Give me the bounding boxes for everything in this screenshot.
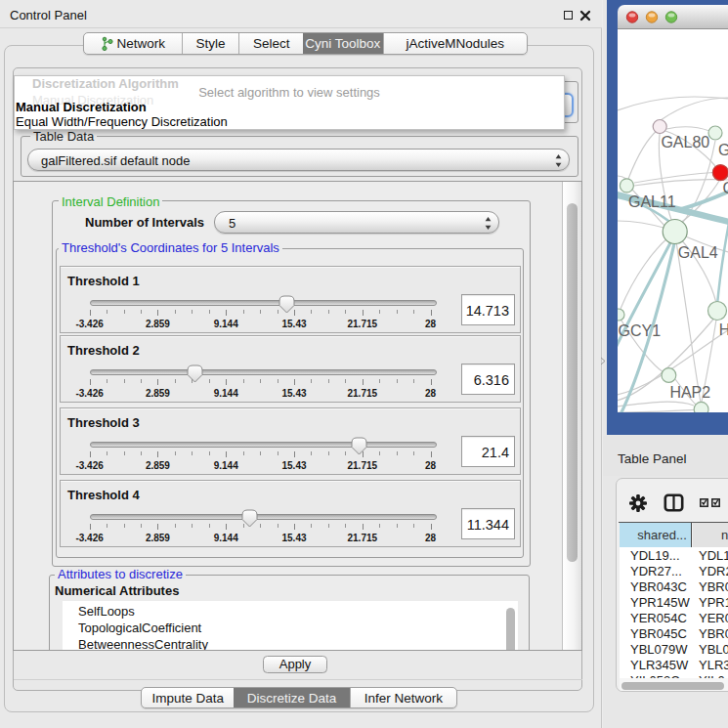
svg-text:GAL4: GAL4	[678, 244, 718, 261]
svg-text:GAL11: GAL11	[628, 193, 676, 210]
svg-text:C: C	[723, 180, 728, 196]
svg-text:GA: GA	[718, 142, 728, 158]
svg-text:GCY1: GCY1	[619, 322, 662, 339]
svg-text:HAP2: HAP2	[669, 384, 710, 401]
svg-text:H: H	[719, 321, 728, 338]
svg-text:GAL80: GAL80	[661, 134, 709, 150]
